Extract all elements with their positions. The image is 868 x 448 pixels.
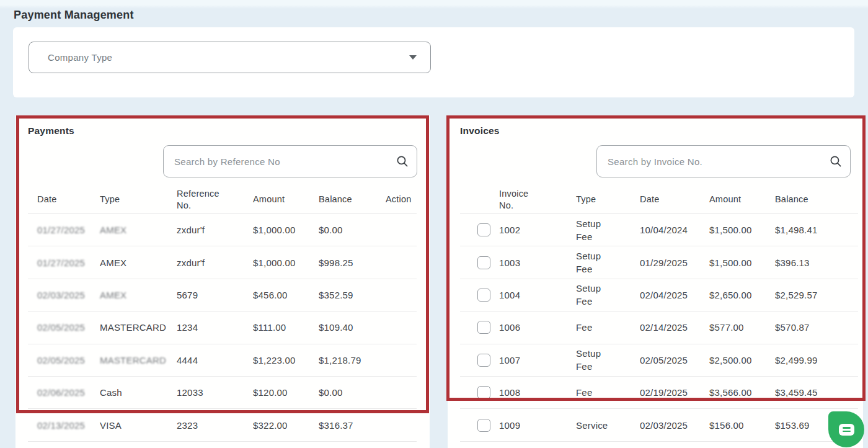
amount-cell: $1,500.00 bbox=[709, 223, 775, 236]
balance-cell: $0.00 bbox=[319, 223, 386, 236]
chevron-down-icon bbox=[409, 55, 417, 60]
reference-no-cell: 5679 bbox=[177, 289, 253, 302]
type-cell: VISA bbox=[100, 419, 177, 432]
amount-cell: $2,650.00 bbox=[709, 289, 775, 302]
date-cell: 02/03/2025 bbox=[28, 289, 100, 302]
column-header-date: Date bbox=[28, 194, 100, 205]
amount-cell: $120.00 bbox=[253, 386, 319, 399]
amount-cell: $1,500.00 bbox=[709, 256, 775, 269]
reference-no-cell: 4444 bbox=[177, 354, 253, 367]
reference-no-cell: 2323 bbox=[177, 419, 253, 432]
column-header-type: Type bbox=[100, 194, 177, 205]
invoice-no-cell: 1002 bbox=[499, 223, 576, 236]
date-cell: 02/13/2025 bbox=[28, 419, 100, 432]
table-row: 1002Setup Fee10/04/2024$1,500.00$1,498.4… bbox=[460, 214, 858, 246]
type-cell: Setup Fee bbox=[576, 347, 640, 373]
reference-no-cell: 1234 bbox=[177, 321, 253, 334]
balance-cell: $352.59 bbox=[319, 289, 386, 302]
balance-cell: $2,529.57 bbox=[775, 289, 849, 302]
payments-table-header: Date Type Reference No. Amount Balance A… bbox=[28, 186, 417, 214]
table-row: 1009Service02/03/2025$156.00$153.69 bbox=[460, 409, 858, 441]
date-cell: 02/06/2025 bbox=[28, 386, 100, 399]
payments-panel-title: Payments bbox=[28, 125, 74, 137]
amount-cell: $322.00 bbox=[253, 419, 319, 432]
column-header-amount: Amount bbox=[253, 194, 319, 205]
date-cell: 02/19/2025 bbox=[640, 386, 709, 399]
reference-no-cell: zxdur'f bbox=[177, 223, 253, 236]
type-cell: MASTERCARD bbox=[100, 354, 177, 367]
table-row: 02/05/2025MASTERCARD1234$111.00$109.40 bbox=[28, 311, 417, 344]
row-checkbox[interactable] bbox=[477, 256, 490, 269]
column-header-reference: Reference No. bbox=[177, 188, 253, 212]
row-checkbox[interactable] bbox=[477, 419, 490, 432]
balance-cell: $396.13 bbox=[775, 256, 849, 269]
amount-cell: $577.00 bbox=[709, 321, 775, 334]
balance-cell: $570.87 bbox=[775, 321, 849, 334]
invoices-panel-title: Invoices bbox=[460, 125, 500, 137]
filter-card: Company Type bbox=[13, 27, 854, 97]
invoice-no-cell: 1008 bbox=[499, 386, 576, 399]
date-cell: 02/05/2025 bbox=[640, 354, 709, 367]
type-cell: Setup Fee bbox=[576, 217, 640, 243]
payments-table-body: 01/27/2025AMEXzxdur'f$1,000.00$0.0001/27… bbox=[16, 214, 417, 442]
balance-cell: $3,459.45 bbox=[775, 386, 849, 399]
type-cell: Setup Fee bbox=[576, 282, 640, 308]
table-row: 1008Fee02/19/2025$3,566.00$3,459.45 bbox=[460, 377, 858, 409]
type-cell: MASTERCARD bbox=[100, 321, 177, 334]
payments-search-input[interactable] bbox=[163, 145, 417, 177]
chat-widget-button[interactable] bbox=[828, 411, 864, 447]
type-cell: Fee bbox=[576, 321, 640, 334]
invoices-panel: Invoices Invoice No. Type Date Amount Ba… bbox=[448, 115, 863, 448]
table-row: 02/05/2025MASTERCARD4444$1,223.00$1,218.… bbox=[28, 344, 417, 377]
table-row: 1006Fee02/14/2025$577.00$570.87 bbox=[460, 311, 858, 344]
row-checkbox[interactable] bbox=[477, 354, 490, 367]
invoices-search bbox=[596, 145, 851, 177]
row-checkbox[interactable] bbox=[477, 386, 490, 399]
row-checkbox[interactable] bbox=[477, 289, 490, 302]
column-header-date: Date bbox=[640, 194, 709, 205]
checkbox-cell bbox=[460, 419, 499, 432]
row-checkbox[interactable] bbox=[477, 223, 490, 236]
table-row: 1007Setup Fee02/05/2025$2,500.00$2,499.9… bbox=[460, 344, 858, 377]
checkbox-cell bbox=[460, 223, 499, 236]
invoices-table-body: 1002Setup Fee10/04/2024$1,500.00$1,498.4… bbox=[448, 214, 858, 442]
company-type-select[interactable]: Company Type bbox=[29, 42, 431, 73]
row-checkbox[interactable] bbox=[477, 321, 490, 334]
balance-cell: $0.00 bbox=[319, 386, 386, 399]
payments-table: Date Type Reference No. Amount Balance A… bbox=[16, 186, 417, 442]
invoice-no-cell: 1003 bbox=[499, 256, 576, 269]
date-cell: 01/29/2025 bbox=[640, 256, 709, 269]
column-header-amount: Amount bbox=[709, 194, 775, 205]
column-header-balance: Balance bbox=[775, 194, 849, 205]
type-cell: AMEX bbox=[100, 256, 177, 269]
table-row: 02/13/2025VISA2323$322.00$316.37 bbox=[28, 409, 417, 441]
date-cell: 02/04/2025 bbox=[640, 289, 709, 302]
amount-cell: $2,500.00 bbox=[709, 354, 775, 367]
balance-cell: $1,498.41 bbox=[775, 223, 849, 236]
table-row: 02/03/2025AMEX5679$456.00$352.59 bbox=[28, 279, 417, 311]
amount-cell: $456.00 bbox=[253, 289, 319, 302]
reference-no-cell: 12033 bbox=[177, 386, 253, 399]
invoice-no-cell: 1007 bbox=[499, 354, 576, 367]
table-row: 1003Setup Fee01/29/2025$1,500.00$396.13 bbox=[460, 246, 858, 279]
invoices-table-header: Invoice No. Type Date Amount Balance bbox=[460, 186, 858, 214]
type-cell: Cash bbox=[100, 386, 177, 399]
date-cell: 10/04/2024 bbox=[640, 223, 709, 236]
column-header-invoice-no: Invoice No. bbox=[499, 188, 576, 212]
invoice-no-cell: 1004 bbox=[499, 289, 576, 302]
balance-cell: $1,218.79 bbox=[319, 354, 386, 367]
invoices-search-input[interactable] bbox=[596, 145, 851, 177]
checkbox-cell bbox=[460, 256, 499, 269]
balance-cell: $316.37 bbox=[319, 419, 386, 432]
amount-cell: $111.00 bbox=[253, 321, 319, 334]
date-cell: 02/05/2025 bbox=[28, 321, 100, 334]
date-cell: 02/05/2025 bbox=[28, 354, 100, 367]
column-header-type: Type bbox=[576, 194, 640, 205]
balance-cell: $2,499.99 bbox=[775, 354, 849, 367]
amount-cell: $1,000.00 bbox=[253, 223, 319, 236]
checkbox-cell bbox=[460, 289, 499, 302]
date-cell: 02/14/2025 bbox=[640, 321, 709, 334]
payments-panel: Payments Date Type Reference No. Amount … bbox=[16, 115, 430, 448]
date-cell: 01/27/2025 bbox=[28, 256, 100, 269]
table-row: 1004Setup Fee02/04/2025$2,650.00$2,529.5… bbox=[460, 279, 858, 311]
